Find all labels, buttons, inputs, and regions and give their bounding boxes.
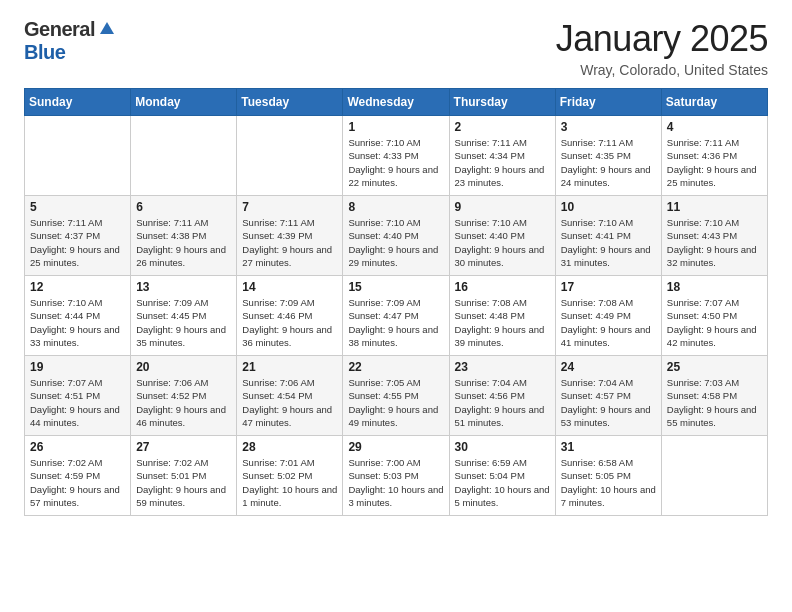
week-row-1: 1Sunrise: 7:10 AM Sunset: 4:33 PM Daylig… [25, 116, 768, 196]
day-number: 22 [348, 360, 443, 374]
day-number: 18 [667, 280, 762, 294]
day-number: 26 [30, 440, 125, 454]
day-info: Sunrise: 7:06 AM Sunset: 4:54 PM Dayligh… [242, 376, 337, 429]
weekday-header-friday: Friday [555, 89, 661, 116]
day-number: 9 [455, 200, 550, 214]
calendar-cell: 27Sunrise: 7:02 AM Sunset: 5:01 PM Dayli… [131, 436, 237, 516]
header: General Blue January 2025 Wray, Colorado… [24, 18, 768, 78]
day-info: Sunrise: 6:59 AM Sunset: 5:04 PM Dayligh… [455, 456, 550, 509]
svg-marker-0 [100, 22, 114, 34]
calendar-cell: 8Sunrise: 7:10 AM Sunset: 4:40 PM Daylig… [343, 196, 449, 276]
day-info: Sunrise: 7:09 AM Sunset: 4:47 PM Dayligh… [348, 296, 443, 349]
day-number: 3 [561, 120, 656, 134]
day-number: 1 [348, 120, 443, 134]
day-number: 4 [667, 120, 762, 134]
logo-icon [98, 20, 116, 38]
calendar-cell: 25Sunrise: 7:03 AM Sunset: 4:58 PM Dayli… [661, 356, 767, 436]
day-number: 29 [348, 440, 443, 454]
day-number: 2 [455, 120, 550, 134]
day-info: Sunrise: 7:06 AM Sunset: 4:52 PM Dayligh… [136, 376, 231, 429]
day-number: 30 [455, 440, 550, 454]
day-number: 6 [136, 200, 231, 214]
day-number: 19 [30, 360, 125, 374]
page: General Blue January 2025 Wray, Colorado… [0, 0, 792, 612]
day-info: Sunrise: 7:11 AM Sunset: 4:34 PM Dayligh… [455, 136, 550, 189]
calendar-cell: 22Sunrise: 7:05 AM Sunset: 4:55 PM Dayli… [343, 356, 449, 436]
day-info: Sunrise: 7:11 AM Sunset: 4:36 PM Dayligh… [667, 136, 762, 189]
logo-blue-text: Blue [24, 41, 65, 63]
calendar-cell: 11Sunrise: 7:10 AM Sunset: 4:43 PM Dayli… [661, 196, 767, 276]
day-number: 28 [242, 440, 337, 454]
week-row-3: 12Sunrise: 7:10 AM Sunset: 4:44 PM Dayli… [25, 276, 768, 356]
calendar-cell: 2Sunrise: 7:11 AM Sunset: 4:34 PM Daylig… [449, 116, 555, 196]
calendar-cell [25, 116, 131, 196]
calendar-cell: 16Sunrise: 7:08 AM Sunset: 4:48 PM Dayli… [449, 276, 555, 356]
calendar-cell: 23Sunrise: 7:04 AM Sunset: 4:56 PM Dayli… [449, 356, 555, 436]
day-info: Sunrise: 7:10 AM Sunset: 4:41 PM Dayligh… [561, 216, 656, 269]
day-info: Sunrise: 7:11 AM Sunset: 4:35 PM Dayligh… [561, 136, 656, 189]
calendar-cell: 6Sunrise: 7:11 AM Sunset: 4:38 PM Daylig… [131, 196, 237, 276]
weekday-header-thursday: Thursday [449, 89, 555, 116]
day-info: Sunrise: 7:05 AM Sunset: 4:55 PM Dayligh… [348, 376, 443, 429]
day-number: 27 [136, 440, 231, 454]
calendar-cell: 28Sunrise: 7:01 AM Sunset: 5:02 PM Dayli… [237, 436, 343, 516]
calendar-cell: 7Sunrise: 7:11 AM Sunset: 4:39 PM Daylig… [237, 196, 343, 276]
day-number: 14 [242, 280, 337, 294]
day-info: Sunrise: 7:09 AM Sunset: 4:45 PM Dayligh… [136, 296, 231, 349]
calendar-cell [237, 116, 343, 196]
title-block: January 2025 Wray, Colorado, United Stat… [556, 18, 768, 78]
day-info: Sunrise: 7:00 AM Sunset: 5:03 PM Dayligh… [348, 456, 443, 509]
day-number: 21 [242, 360, 337, 374]
calendar-cell: 18Sunrise: 7:07 AM Sunset: 4:50 PM Dayli… [661, 276, 767, 356]
calendar-cell: 30Sunrise: 6:59 AM Sunset: 5:04 PM Dayli… [449, 436, 555, 516]
weekday-header-saturday: Saturday [661, 89, 767, 116]
day-info: Sunrise: 7:08 AM Sunset: 4:48 PM Dayligh… [455, 296, 550, 349]
day-info: Sunrise: 7:11 AM Sunset: 4:38 PM Dayligh… [136, 216, 231, 269]
calendar-cell: 10Sunrise: 7:10 AM Sunset: 4:41 PM Dayli… [555, 196, 661, 276]
calendar-cell: 1Sunrise: 7:10 AM Sunset: 4:33 PM Daylig… [343, 116, 449, 196]
day-number: 7 [242, 200, 337, 214]
calendar-cell: 14Sunrise: 7:09 AM Sunset: 4:46 PM Dayli… [237, 276, 343, 356]
day-number: 11 [667, 200, 762, 214]
day-number: 5 [30, 200, 125, 214]
day-info: Sunrise: 7:11 AM Sunset: 4:39 PM Dayligh… [242, 216, 337, 269]
day-number: 12 [30, 280, 125, 294]
calendar-cell: 12Sunrise: 7:10 AM Sunset: 4:44 PM Dayli… [25, 276, 131, 356]
calendar-cell [661, 436, 767, 516]
day-number: 25 [667, 360, 762, 374]
day-info: Sunrise: 7:07 AM Sunset: 4:51 PM Dayligh… [30, 376, 125, 429]
weekday-header-wednesday: Wednesday [343, 89, 449, 116]
calendar-cell: 21Sunrise: 7:06 AM Sunset: 4:54 PM Dayli… [237, 356, 343, 436]
day-info: Sunrise: 7:10 AM Sunset: 4:43 PM Dayligh… [667, 216, 762, 269]
calendar-cell: 13Sunrise: 7:09 AM Sunset: 4:45 PM Dayli… [131, 276, 237, 356]
calendar: SundayMondayTuesdayWednesdayThursdayFrid… [24, 88, 768, 516]
day-info: Sunrise: 7:08 AM Sunset: 4:49 PM Dayligh… [561, 296, 656, 349]
day-info: Sunrise: 7:11 AM Sunset: 4:37 PM Dayligh… [30, 216, 125, 269]
day-number: 23 [455, 360, 550, 374]
day-info: Sunrise: 7:10 AM Sunset: 4:40 PM Dayligh… [455, 216, 550, 269]
weekday-header-tuesday: Tuesday [237, 89, 343, 116]
day-number: 24 [561, 360, 656, 374]
day-number: 15 [348, 280, 443, 294]
calendar-cell: 24Sunrise: 7:04 AM Sunset: 4:57 PM Dayli… [555, 356, 661, 436]
calendar-cell: 9Sunrise: 7:10 AM Sunset: 4:40 PM Daylig… [449, 196, 555, 276]
day-info: Sunrise: 7:01 AM Sunset: 5:02 PM Dayligh… [242, 456, 337, 509]
calendar-cell: 20Sunrise: 7:06 AM Sunset: 4:52 PM Dayli… [131, 356, 237, 436]
calendar-cell: 26Sunrise: 7:02 AM Sunset: 4:59 PM Dayli… [25, 436, 131, 516]
day-number: 10 [561, 200, 656, 214]
week-row-4: 19Sunrise: 7:07 AM Sunset: 4:51 PM Dayli… [25, 356, 768, 436]
day-number: 31 [561, 440, 656, 454]
calendar-cell [131, 116, 237, 196]
calendar-cell: 4Sunrise: 7:11 AM Sunset: 4:36 PM Daylig… [661, 116, 767, 196]
calendar-cell: 15Sunrise: 7:09 AM Sunset: 4:47 PM Dayli… [343, 276, 449, 356]
day-number: 20 [136, 360, 231, 374]
day-info: Sunrise: 7:10 AM Sunset: 4:44 PM Dayligh… [30, 296, 125, 349]
day-info: Sunrise: 6:58 AM Sunset: 5:05 PM Dayligh… [561, 456, 656, 509]
logo-general-text: General [24, 18, 95, 41]
calendar-cell: 5Sunrise: 7:11 AM Sunset: 4:37 PM Daylig… [25, 196, 131, 276]
day-number: 17 [561, 280, 656, 294]
week-row-5: 26Sunrise: 7:02 AM Sunset: 4:59 PM Dayli… [25, 436, 768, 516]
day-info: Sunrise: 7:02 AM Sunset: 5:01 PM Dayligh… [136, 456, 231, 509]
weekday-header-monday: Monday [131, 89, 237, 116]
day-number: 8 [348, 200, 443, 214]
